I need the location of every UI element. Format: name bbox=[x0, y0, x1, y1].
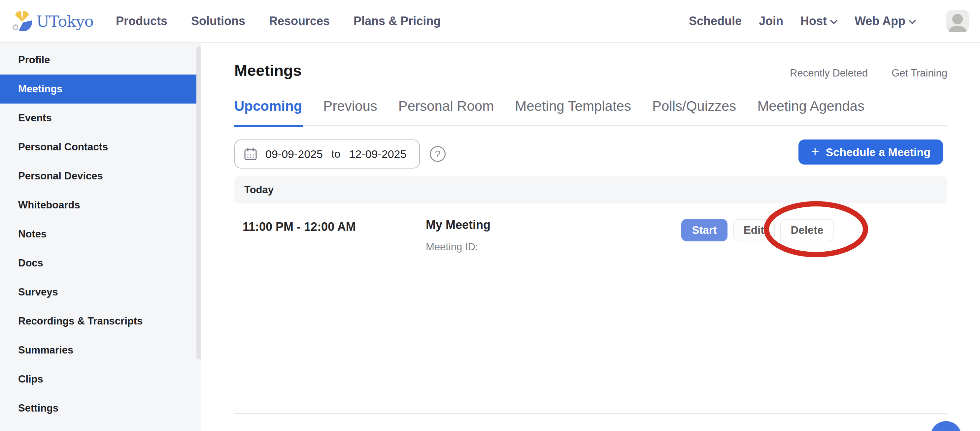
person-icon bbox=[952, 14, 963, 24]
sidebar-item-meetings[interactable]: Meetings bbox=[0, 74, 201, 103]
nav-products[interactable]: Products bbox=[116, 14, 167, 28]
schedule-a-meeting-label: Schedule a Meeting bbox=[826, 146, 931, 158]
utokyo-logo[interactable]: UTokyo bbox=[11, 10, 94, 32]
nav-web-app[interactable]: Web App bbox=[854, 14, 916, 28]
meetings-page: Meetings Recently Deleted Get Training U… bbox=[201, 43, 980, 431]
nav-resources[interactable]: Resources bbox=[269, 14, 330, 28]
chevron-down-icon bbox=[830, 20, 837, 24]
nav-host[interactable]: Host bbox=[800, 14, 837, 28]
get-training-link[interactable]: Get Training bbox=[891, 67, 947, 79]
sidebar-item-surveys[interactable]: Surveys bbox=[0, 278, 201, 307]
ginkgo-leaf-icon bbox=[11, 10, 33, 32]
today-group-header: Today bbox=[234, 176, 947, 203]
meeting-row: 11:00 PM - 12:00 AM My Meeting Meeting I… bbox=[234, 203, 947, 269]
delete-button[interactable]: Delete bbox=[780, 219, 834, 241]
nav-join[interactable]: Join bbox=[759, 14, 783, 28]
edit-button[interactable]: Edit bbox=[733, 219, 775, 241]
date-range-picker[interactable]: 09-09-2025 to 12-09-2025 bbox=[234, 139, 420, 168]
logo-text: UTokyo bbox=[36, 12, 94, 30]
sidebar-item-recordings-transcripts[interactable]: Recordings & Transcripts bbox=[0, 307, 201, 336]
tab-meeting-agendas[interactable]: Meeting Agendas bbox=[757, 98, 864, 114]
tab-previous[interactable]: Previous bbox=[323, 98, 377, 114]
sidebar-item-clips[interactable]: Clips bbox=[0, 365, 201, 394]
meeting-title[interactable]: My Meeting bbox=[426, 218, 490, 232]
sidebar-item-personal-devices[interactable]: Personal Devices bbox=[0, 162, 201, 190]
tab-personal-room[interactable]: Personal Room bbox=[398, 98, 494, 114]
sidebar-item-events[interactable]: Events bbox=[0, 103, 201, 133]
meetings-tabs: Upcoming Previous Personal Room Meeting … bbox=[234, 98, 947, 126]
date-separator: to bbox=[331, 148, 341, 160]
start-button[interactable]: Start bbox=[681, 219, 727, 241]
person-icon-body bbox=[948, 26, 967, 32]
tab-polls-quizzes[interactable]: Polls/Quizzes bbox=[652, 98, 736, 114]
sidebar: Profile Meetings Events Personal Contact… bbox=[0, 43, 201, 431]
tab-upcoming[interactable]: Upcoming bbox=[234, 98, 302, 114]
meeting-id-label: Meeting ID: bbox=[426, 241, 478, 253]
page-top-links: Recently Deleted Get Training bbox=[790, 67, 947, 79]
date-from-value[interactable]: 09-09-2025 bbox=[266, 148, 323, 161]
account-nav: Schedule Join Host Web App bbox=[689, 10, 969, 32]
nav-web-app-label: Web App bbox=[854, 14, 905, 28]
today-label: Today bbox=[244, 184, 274, 196]
filter-row: 09-09-2025 to 12-09-2025 ? + Schedule a … bbox=[234, 139, 943, 168]
user-avatar[interactable] bbox=[947, 10, 969, 32]
sidebar-item-summaries[interactable]: Summaries bbox=[0, 336, 201, 365]
zoom-web-portal: UTokyo Products Solutions Resources Plan… bbox=[0, 0, 980, 431]
page-title: Meetings bbox=[234, 61, 302, 79]
nav-plans-pricing[interactable]: Plans & Pricing bbox=[353, 14, 441, 28]
help-icon[interactable]: ? bbox=[430, 146, 445, 162]
sidebar-item-whiteboards[interactable]: Whiteboards bbox=[0, 190, 201, 220]
tab-meeting-templates[interactable]: Meeting Templates bbox=[515, 98, 631, 114]
nav-schedule[interactable]: Schedule bbox=[689, 14, 742, 28]
chevron-down-icon bbox=[909, 20, 916, 24]
recently-deleted-link[interactable]: Recently Deleted bbox=[790, 67, 868, 79]
nav-solutions[interactable]: Solutions bbox=[191, 14, 245, 28]
top-navigation: UTokyo Products Solutions Resources Plan… bbox=[0, 0, 980, 43]
sidebar-item-docs[interactable]: Docs bbox=[0, 249, 201, 278]
sidebar-item-personal-contacts[interactable]: Personal Contacts bbox=[0, 133, 201, 162]
sidebar-item-notes[interactable]: Notes bbox=[0, 220, 201, 249]
nav-host-label: Host bbox=[800, 14, 827, 28]
schedule-a-meeting-button[interactable]: + Schedule a Meeting bbox=[799, 139, 943, 165]
sidebar-scrollbar[interactable] bbox=[196, 46, 201, 360]
sidebar-item-profile[interactable]: Profile bbox=[0, 46, 201, 74]
sidebar-item-settings[interactable]: Settings bbox=[0, 394, 201, 423]
bottom-divider bbox=[234, 413, 947, 414]
date-to-value[interactable]: 12-09-2025 bbox=[349, 148, 406, 161]
primary-nav: Products Solutions Resources Plans & Pri… bbox=[116, 14, 441, 28]
calendar-icon bbox=[243, 147, 258, 161]
meeting-time: 11:00 PM - 12:00 AM bbox=[243, 220, 356, 234]
plus-icon: + bbox=[811, 143, 819, 159]
